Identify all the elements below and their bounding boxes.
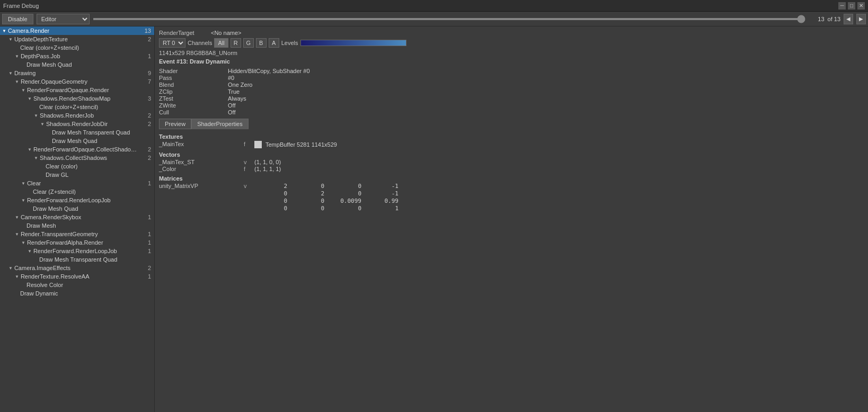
tree-item-camera-image-effects[interactable]: ▼Camera.ImageEffects2 [0,264,154,272]
tree-item-label: RenderForward.RenderLoopJob [33,248,117,254]
editor-select[interactable]: Editor [37,14,90,24]
tree-item-camera-render[interactable]: ▼Camera.Render13 [0,26,154,35]
tree-item-triangle: ▼ [34,156,38,160]
tree-item-count: 2 [144,155,154,161]
tree-item-label: Camera.RenderSkybox [21,214,81,220]
channel-b-button[interactable]: B [256,38,267,48]
tree-item-label: Render.TransparentGeometry [21,231,98,237]
tree-item-count: 2 [144,112,154,119]
tree-item-count: 1 [144,53,154,59]
matrix-cell: 0 [329,190,366,197]
matrix-cells: 000.00990.99 [254,198,403,204]
properties-table: ShaderHidden/BlitCopy, SubShader #0Pass#… [159,68,864,115]
tree-item-clear-color-z[interactable]: Clear (color+Z+stencil) [0,43,154,52]
textures-header: Textures [159,133,864,140]
tree-item-draw-mesh-transparent-quad2[interactable]: Draw Mesh Transparent Quad [0,255,154,264]
slider-container: 13 of 13 [93,16,840,22]
tree-item-draw-mesh[interactable]: Draw Mesh [0,221,154,230]
prop-row: ZClipTrue [159,88,864,95]
vectors-header: Vectors [159,151,864,158]
minimize-button[interactable]: ─ [838,2,846,10]
maximize-button[interactable]: □ [848,2,855,10]
tree-item-render-texture-resolve-aa[interactable]: ▼RenderTexture.ResolveAA1 [0,272,154,281]
tree-item-draw-mesh-quad2[interactable]: Draw Mesh Quad [0,137,154,145]
tree-item-label: RenderForwardOpaque.CollectShado… [33,146,137,153]
matrix-row: 020-1 [159,190,864,197]
matrix-cell: 1 [366,205,403,212]
tree-item-count: 1 [144,248,154,254]
matrix-cell: 0.0099 [329,198,366,204]
tree-item-clear2[interactable]: ▼Clear1 [0,179,154,187]
tree-item-label: Draw Dynamic [20,290,58,297]
tree-item-triangle: ▼ [15,79,19,84]
sp-name: _MainTex_ST [159,159,244,165]
tree-item-shadows-render-shadow-map[interactable]: ▼Shadows.RenderShadowMap3 [0,94,154,103]
tree-item-label: Resolve Color [26,282,63,288]
tree-item-render-transparent-geo[interactable]: ▼Render.TransparentGeometry1 [0,230,154,238]
channel-g-button[interactable]: G [243,38,254,48]
tree-item-triangle: ▼ [15,54,19,59]
right-panel: RenderTarget <No name> RT 0 Channels All… [155,26,868,412]
tree-item-label: Draw Mesh Quad [33,205,78,212]
tree-item-count: 2 [144,265,154,271]
prev-frame-button[interactable]: ◀ [844,14,853,24]
event-title: Event #13: Draw Dynamic [159,58,864,65]
tree-item-render-forward-opaque-collect[interactable]: ▼RenderForwardOpaque.CollectShado…2 [0,145,154,154]
frame-slider[interactable] [93,18,805,20]
prop-val: One Zero [228,82,252,88]
tree-item-resolve-color[interactable]: Resolve Color [0,281,154,289]
matrix-cell: 0 [329,205,366,212]
tree-item-depth-pass[interactable]: ▼DepthPass.Job1 [0,52,154,60]
sp-val: (1, 1, 1, 1) [254,166,281,172]
tree-item-render-forward-render-loop2[interactable]: ▼RenderForward.RenderLoopJob1 [0,247,154,255]
channels-label: Channels [188,40,212,46]
tree-item-label: Clear (color+Z+stencil) [39,104,98,110]
channel-a-button[interactable]: A [269,38,279,48]
prop-row: Pass#0 [159,75,864,81]
tree-item-triangle: ▼ [28,147,32,152]
tree-item-label: Camera.Render [8,28,49,34]
main-content: ▼Camera.Render13▼UpdateDepthTexture2Clea… [0,26,868,412]
tree-item-triangle: ▼ [21,198,25,203]
tree-item-render-forward-render-loop[interactable]: ▼RenderForward.RenderLoopJob [0,196,154,204]
channel-all-button[interactable]: All [214,38,228,48]
tree-item-count: 9 [144,70,154,76]
tree-item-clear-z-stencil[interactable]: Clear (Z+stencil) [0,187,154,196]
prop-row: ShaderHidden/BlitCopy, SubShader #0 [159,68,864,74]
tree-item-draw-dynamic[interactable]: Draw Dynamic [0,289,154,298]
tree-item-shadows-render-job[interactable]: ▼Shadows.RenderJob2 [0,111,154,120]
tree-item-label: Clear (color+Z+stencil) [20,44,79,51]
prop-val: #0 [228,75,234,81]
tree-item-draw-mesh-transparent-quad1[interactable]: Draw Mesh Transparent Quad [0,128,154,137]
render-target-value: <No name> [211,30,241,36]
tree-item-clear-color-z2[interactable]: Clear (color+Z+stencil) [0,103,154,111]
tab-shaderproperties[interactable]: ShaderProperties [191,119,249,129]
disable-button[interactable]: Disable [2,14,33,24]
tree-item-draw-mesh-quad1[interactable]: Draw Mesh Quad [0,60,154,69]
tree-item-draw-gl[interactable]: Draw GL [0,171,154,179]
tree-item-update-depth[interactable]: ▼UpdateDepthTexture2 [0,35,154,43]
matrix-cell: 0 [329,183,366,190]
sp-name: _MainTex [159,141,244,147]
rt-select[interactable]: RT 0 [159,38,185,48]
tree-item-camera-render-skybox[interactable]: ▼Camera.RenderSkybox1 [0,213,154,221]
tree-item-shadows-render-job-dir[interactable]: ▼Shadows.RenderJobDir2 [0,120,154,128]
tree-item-drawing[interactable]: ▼Drawing9 [0,69,154,77]
tree-item-label: Draw GL [46,172,68,178]
close-button[interactable]: ✕ [857,2,865,10]
next-frame-button[interactable]: ▶ [856,14,866,24]
sp-type: f [244,141,254,147]
tree-item-draw-mesh-quad3[interactable]: Draw Mesh Quad [0,204,154,213]
tree-item-triangle: ▼ [40,122,45,127]
tree-item-label: RenderForward.RenderLoopJob [27,197,111,203]
prop-row: ZTestAlways [159,95,864,102]
channel-r-button[interactable]: R [231,38,241,48]
tree-item-triangle: ▼ [8,71,13,76]
tree-item-render-forward-opaque[interactable]: ▼RenderForwardOpaque.Render [0,86,154,94]
tree-item-triangle: ▼ [21,240,25,245]
tree-item-render-forward-alpha[interactable]: ▼RenderForwardAlpha.Render1 [0,238,154,247]
tree-item-clear-color[interactable]: Clear (color) [0,162,154,171]
tree-item-render-opaque[interactable]: ▼Render.OpaqueGeometry7 [0,77,154,86]
tab-preview[interactable]: Preview [159,119,191,129]
tree-item-shadows-collect-shadows[interactable]: ▼Shadows.CollectShadows2 [0,154,154,162]
